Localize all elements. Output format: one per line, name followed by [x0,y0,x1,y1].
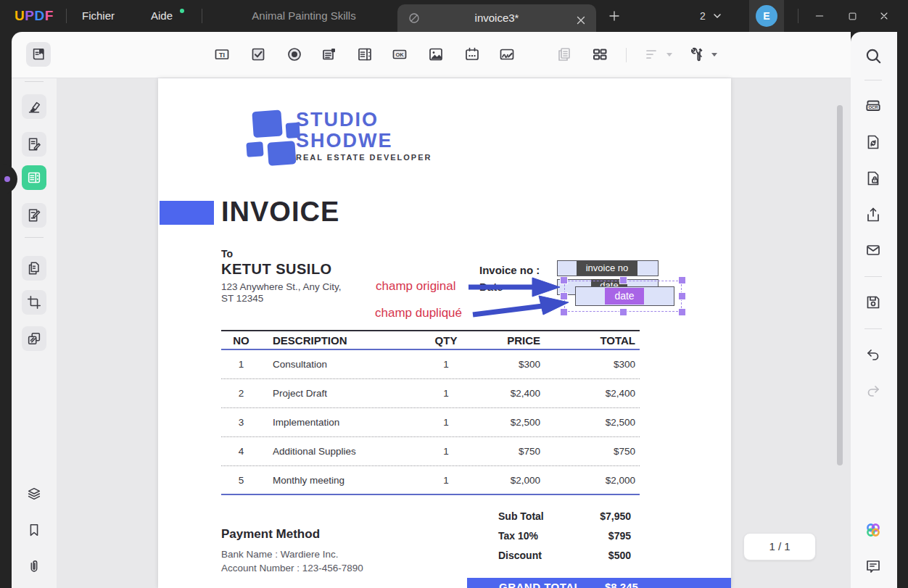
avatar: E [756,5,777,27]
sidebar-item-forms-active[interactable] [22,165,46,190]
table-row: 4Additional Supplies1$750$750 [221,437,640,466]
ocr-button[interactable]: OCR [861,94,886,118]
subtotal-row: Sub Total$7,950 [498,506,635,526]
annotation-original-field: champ original [376,279,456,294]
pdf-page: STUDIO SHODWE REAL ESTATE DEVELOPER INVO… [158,78,731,588]
header-price: PRICE [475,334,540,347]
maximize-icon [847,11,858,22]
field-properties-tool[interactable] [684,41,710,67]
logo-text-line2: SHODWE [296,130,393,152]
share-button[interactable] [861,202,886,227]
table-row: 5Monthly meeting1$2,000$2,000 [221,466,640,495]
recipient-address-1: 123 Anywhere St., Any City, [221,281,342,292]
sidebar-divider [864,328,882,329]
tab-invoice3[interactable]: invoice3* [397,4,596,32]
signature-field-tool[interactable] [494,41,520,67]
convert-button[interactable] [861,130,886,154]
sidebar-item-organize-pages[interactable] [22,256,46,281]
page-indicator[interactable]: 1 / 1 [743,533,816,560]
to-label: To [221,248,233,260]
updf-logo[interactable]: UPDF [15,0,54,33]
align-fields-tool[interactable] [640,41,666,67]
form-toolbar: TI OK [12,32,851,78]
duplicate-field-tool[interactable] [551,41,577,67]
list-box-tool[interactable] [352,41,378,67]
tab-title: invoice3* [397,4,596,32]
sidebar-item-comment[interactable] [22,94,46,119]
selection-handle-e[interactable] [679,293,685,299]
combo-box-tool[interactable] [316,41,342,67]
selection-handle-ne[interactable] [679,277,685,283]
date-field-icon [463,46,481,63]
recipient-address-2: ST 12345 [221,293,263,304]
properties-dropdown-caret[interactable] [711,53,717,57]
tab-animal-painting-skills[interactable]: Animal Painting Skills [242,0,366,32]
table-row: 1Consultation1$300$300 [221,350,640,379]
save-icon [864,294,882,311]
undo-button[interactable] [861,342,886,367]
selection-handle-se[interactable] [679,309,685,315]
checkbox-tool[interactable] [245,41,271,67]
svg-text:TI: TI [219,51,225,59]
sidebar-item-bookmarks[interactable] [22,518,46,542]
sidebar-item-crop[interactable] [22,290,46,315]
annotation-duplicated-field: champ dupliqué [375,306,462,320]
vertical-scrollbar[interactable] [837,105,843,465]
header-total: TOTAL [540,334,640,347]
sidebar-item-convert-pages[interactable] [22,326,46,351]
window-frame-left [0,32,12,588]
titlebar-divider [202,9,202,23]
search-button[interactable] [861,44,886,68]
date-field-tool[interactable] [459,41,485,67]
reader-mode-button[interactable] [26,42,51,67]
selection-handle-n[interactable] [620,277,627,283]
minimize-icon [814,10,825,22]
combo-box-icon [321,46,338,63]
minimize-button[interactable] [807,0,832,32]
account-number: Account Number : 123-456-7890 [221,563,363,573]
close-icon [878,10,890,22]
account-button[interactable]: E [749,0,784,32]
feedback-button[interactable] [861,554,886,579]
payment-method-heading: Payment Method [221,527,320,542]
close-button[interactable] [872,0,896,32]
selection-handle-s[interactable] [620,309,627,315]
sidebar-divider [864,276,882,277]
push-button-icon: OK [391,46,408,63]
logo-letter-d: D [34,8,44,23]
table-header-row: NO DESCRIPTION QTY PRICE TOTAL [221,331,640,350]
duplicate-icon [556,46,573,63]
sidebar-item-fill-sign[interactable] [22,203,46,228]
aide-notification-dot [180,9,184,13]
convert-pages-icon [26,331,42,347]
save-button[interactable] [861,290,886,315]
ai-assistant-button[interactable] [861,518,886,542]
align-dropdown-caret[interactable] [666,53,672,57]
undo-icon [864,346,882,363]
menu-fichier[interactable]: Fichier [82,0,115,32]
reader-icon [30,46,46,62]
email-button[interactable] [861,238,886,262]
new-tab-icon[interactable] [608,9,621,22]
sidebar-item-attachments[interactable] [22,554,46,579]
tax-row: Tax 10%$795 [498,526,635,545]
header-qty: QTY [417,334,475,347]
tab-close-icon[interactable] [574,14,587,27]
redo-button[interactable] [861,378,886,403]
radio-button-tool[interactable] [281,41,308,67]
protect-button[interactable] [861,166,886,191]
checkbox-icon [249,46,267,63]
sidebar-item-layers[interactable] [22,481,46,506]
layout-grid-tool[interactable] [587,41,613,67]
image-field-tool[interactable] [423,41,449,67]
logo-text-line1: STUDIO [296,109,379,131]
text-field-tool[interactable]: TI [209,41,235,67]
ai-assistant-icon [864,521,883,539]
tab-count-dropdown[interactable]: 2 [700,0,722,32]
maximize-button[interactable] [840,0,864,32]
document-lock-icon [864,170,882,187]
grand-total-bar: GRAND TOTAL $8,245 [467,578,731,588]
menu-aide[interactable]: Aide [151,0,173,32]
push-button-tool[interactable]: OK [387,41,413,67]
sidebar-item-edit-pdf[interactable] [22,132,46,157]
